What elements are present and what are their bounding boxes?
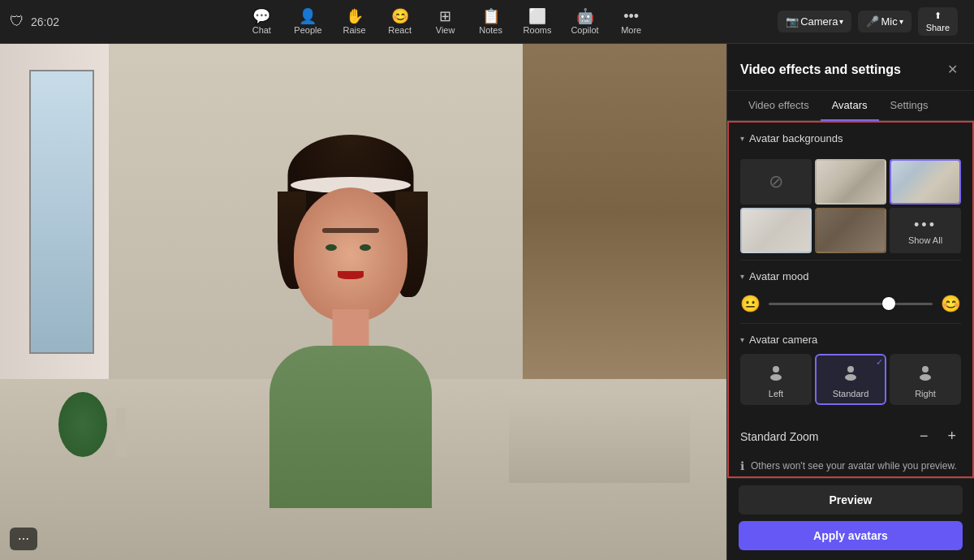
camera-left-icon xyxy=(767,364,785,386)
scene-sofa xyxy=(509,390,691,482)
mic-button[interactable]: 🎤 Mic ▾ xyxy=(858,11,911,32)
bg-thumb-3[interactable] xyxy=(740,208,812,253)
camera-label: Avatar camera xyxy=(749,334,817,346)
tab-settings[interactable]: Settings xyxy=(879,91,940,121)
topbar-right: 📷 Camera ▾ 🎤 Mic ▾ ⬆ Share 📞 Leave ▾ xyxy=(786,7,964,37)
chat-icon: 💬 xyxy=(252,9,270,24)
react-icon: 😊 xyxy=(391,9,409,24)
camera-label: Camera xyxy=(800,15,838,28)
nav-react-label: React xyxy=(388,25,412,35)
info-icon: ℹ xyxy=(740,459,744,472)
zoom-plus-button[interactable]: + xyxy=(942,426,961,446)
tab-video-effects[interactable]: Video effects xyxy=(737,91,821,121)
no-bg-icon: ⊘ xyxy=(769,171,783,192)
camera-chevron-icon: ▾ xyxy=(839,17,843,26)
camera-right-icon xyxy=(916,364,934,386)
check-icon: ✓ xyxy=(876,357,883,368)
mood-section-header[interactable]: ▾ Avatar mood xyxy=(740,270,961,282)
avatar-head xyxy=(294,187,407,321)
mic-icon: 🎤 xyxy=(866,15,879,28)
nav-people-label: People xyxy=(294,25,321,35)
camera-right-label: Right xyxy=(915,389,936,398)
copilot-icon: 🤖 xyxy=(576,9,594,24)
share-button[interactable]: ⬆ Share xyxy=(918,7,958,36)
sidebar-footer: Preview Apply avatars xyxy=(727,478,974,560)
nav-copilot[interactable]: 🤖 Copilot xyxy=(562,6,606,38)
nav-react[interactable]: 😊 React xyxy=(379,6,421,38)
bg-none-button[interactable]: ⊘ xyxy=(740,159,812,205)
scene-plant xyxy=(58,392,107,457)
svg-point-5 xyxy=(920,374,931,381)
avatar-body xyxy=(269,346,432,508)
nav-more-label: More xyxy=(621,25,641,35)
rooms-icon: ⬜ xyxy=(528,9,546,24)
show-all-label: Show All xyxy=(908,235,942,245)
zoom-minus-button[interactable]: − xyxy=(915,426,933,446)
camera-button[interactable]: 📷 Camera ▾ xyxy=(778,11,851,32)
topbar-nav: 💬 Chat 👤 People ✋ Raise 😊 React ⊞ View 📋… xyxy=(107,6,786,38)
preview-button[interactable]: Preview xyxy=(739,485,963,515)
backgrounds-section: ▾ Avatar backgrounds xyxy=(729,123,972,159)
mood-label: Avatar mood xyxy=(749,270,808,282)
info-row: ℹ Others won't see your avatar while you… xyxy=(729,453,972,478)
info-text: Others won't see your avatar while you p… xyxy=(751,460,957,472)
camera-options: Left Standard ✓ xyxy=(740,354,961,405)
share-icon: ⬆ xyxy=(934,11,942,21)
backgrounds-chevron-icon: ▾ xyxy=(740,134,744,143)
scene-wood-panel xyxy=(523,44,726,379)
svg-point-1 xyxy=(770,374,782,381)
svg-point-3 xyxy=(845,374,856,381)
backgrounds-section-header[interactable]: ▾ Avatar backgrounds xyxy=(740,132,961,144)
camera-right-option[interactable]: Right xyxy=(890,354,961,405)
nav-view[interactable]: ⊞ View xyxy=(425,6,467,38)
mood-sad-emoji: 😐 xyxy=(740,294,761,313)
zoom-row: Standard Zoom − + xyxy=(729,420,972,453)
main-area: ⋯ Video effects and settings ✕ Video eff… xyxy=(0,44,974,560)
sidebar: Video effects and settings ✕ Video effec… xyxy=(726,44,974,560)
mood-happy-emoji: 😊 xyxy=(941,294,961,313)
svg-point-0 xyxy=(773,366,779,373)
raise-icon: ✋ xyxy=(346,9,364,24)
video-area: ⋯ xyxy=(0,44,726,560)
tabs: Video effects Avatars Settings xyxy=(727,91,974,121)
scene-window xyxy=(29,70,95,354)
nav-chat[interactable]: 💬 Chat xyxy=(240,6,282,38)
camera-chevron-icon: ▾ xyxy=(740,335,744,344)
mood-chevron-icon: ▾ xyxy=(740,272,744,281)
show-all-button[interactable]: ••• Show All xyxy=(890,208,961,253)
nav-chat-label: Chat xyxy=(252,25,271,35)
camera-left-option[interactable]: Left xyxy=(740,354,812,405)
mood-slider-container: 😐 😊 xyxy=(740,291,961,317)
topbar: 🛡 26:02 💬 Chat 👤 People ✋ Raise 😊 React … xyxy=(0,0,974,44)
show-all-dots-icon: ••• xyxy=(914,217,937,234)
nav-copilot-label: Copilot xyxy=(571,25,598,35)
notes-icon: 📋 xyxy=(482,9,500,24)
bg-thumb-1[interactable] xyxy=(815,159,886,205)
pip-button[interactable]: ⋯ xyxy=(10,528,37,550)
camera-standard-icon xyxy=(842,364,860,386)
nav-more[interactable]: ••• More xyxy=(610,6,653,38)
tab-avatars[interactable]: Avatars xyxy=(821,91,879,121)
topbar-left: 🛡 26:02 xyxy=(10,13,107,30)
close-icon: ✕ xyxy=(947,62,958,76)
sidebar-content: ▾ Avatar backgrounds ⊘ xyxy=(727,121,974,478)
nav-raise[interactable]: ✋ Raise xyxy=(334,6,376,38)
nav-rooms-label: Rooms xyxy=(524,25,552,35)
camera-section-header[interactable]: ▾ Avatar camera xyxy=(740,334,961,346)
close-button[interactable]: ✕ xyxy=(944,58,961,80)
zoom-label: Standard Zoom xyxy=(740,430,819,443)
apply-avatars-button[interactable]: Apply avatars xyxy=(739,521,963,550)
bg-thumb-2[interactable] xyxy=(890,159,961,205)
bg-thumb-4[interactable] xyxy=(815,208,886,253)
mood-slider[interactable] xyxy=(769,303,933,305)
svg-point-4 xyxy=(922,366,929,373)
camera-standard-label: Standard xyxy=(833,389,869,398)
avatar-container xyxy=(221,135,481,508)
shield-icon: 🛡 xyxy=(10,13,24,30)
camera-standard-wrap: Standard ✓ xyxy=(815,354,886,405)
nav-rooms[interactable]: ⬜ Rooms xyxy=(515,6,560,38)
sidebar-header: Video effects and settings ✕ xyxy=(727,44,974,91)
nav-people[interactable]: 👤 People xyxy=(286,6,330,38)
nav-notes[interactable]: 📋 Notes xyxy=(470,6,512,38)
pip-icon: ⋯ xyxy=(18,532,29,545)
